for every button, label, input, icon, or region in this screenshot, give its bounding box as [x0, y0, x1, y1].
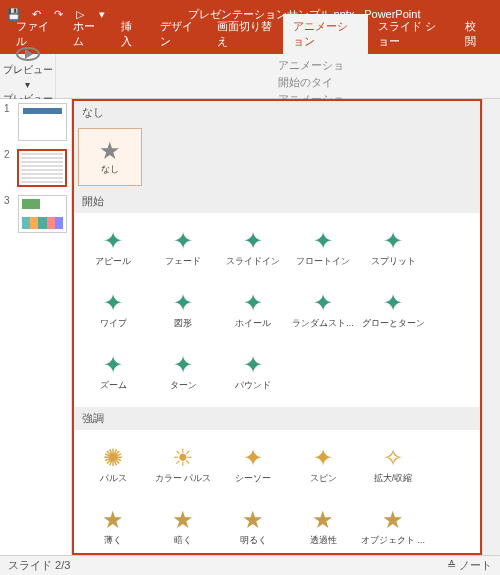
animation-gallery: なし ★ なし 開始 ✦アピール✦フェード✦スライドイン✦フロートイン✦スプリッ…: [72, 99, 482, 555]
star-icon: ✦: [313, 229, 333, 253]
section-emphasis: 強調: [74, 407, 480, 430]
star-icon: ✦: [243, 291, 263, 315]
tab-home[interactable]: ホーム: [63, 14, 111, 54]
anim-start-5[interactable]: ✦ワイプ: [78, 279, 148, 341]
preview-group[interactable]: プレビュー ▾ プレビュー: [0, 54, 56, 98]
anim-emph-4[interactable]: ✧拡大/収縮: [358, 434, 428, 496]
star-icon: ✦: [313, 446, 333, 470]
anim-start-11[interactable]: ✦ターン: [148, 341, 218, 403]
star-icon: ★: [172, 508, 194, 532]
thumb-2[interactable]: 2: [4, 149, 67, 187]
animation-pane-hints: アニメーショ 開始のタイ アニメーショ アニメーションの詳: [272, 54, 500, 98]
status-bar: スライド 2/3 ≙ ノート: [0, 555, 500, 575]
anim-emph-6[interactable]: ★暗く: [148, 496, 218, 555]
star-icon: ☀: [172, 446, 194, 470]
star-icon: ✦: [173, 353, 193, 377]
preview-label: プレビュー: [3, 63, 53, 77]
anim-start-3[interactable]: ✦フロートイン: [288, 217, 358, 279]
slide-counter: スライド 2/3: [8, 558, 70, 573]
anim-start-12[interactable]: ✦バウンド: [218, 341, 288, 403]
star-icon: ✦: [313, 291, 333, 315]
star-icon: ✦: [173, 291, 193, 315]
thumb-1[interactable]: 1: [4, 103, 67, 141]
tab-slideshow[interactable]: スライド ショー: [368, 14, 456, 54]
ribbon-tabs: ファイル ホーム 挿入 デザイン 画面切り替え アニメーション スライド ショー…: [0, 28, 500, 54]
notes-button[interactable]: ≙ ノート: [447, 558, 492, 573]
content-area: 1 2 3 なし ★ なし 開始 ✦アピール✦フェード✦スライドイン✦フロートイ…: [0, 99, 500, 555]
grid-emphasis: ✺パルス☀カラー パルス✦シーソー✦スピン✧拡大/収縮★薄く★暗く★明るく★透過…: [74, 430, 480, 555]
anim-start-0[interactable]: ✦アピール: [78, 217, 148, 279]
gallery-scrollbar[interactable]: [482, 99, 500, 555]
tab-design[interactable]: デザイン: [150, 14, 207, 54]
star-icon: ✦: [243, 353, 263, 377]
anim-start-4[interactable]: ✦スプリット: [358, 217, 428, 279]
section-none: なし: [74, 101, 480, 124]
grid-start: ✦アピール✦フェード✦スライドイン✦フロートイン✦スプリット✦ワイプ✦図形✦ホイ…: [74, 213, 480, 407]
anim-emph-5[interactable]: ★薄く: [78, 496, 148, 555]
anim-emph-2[interactable]: ✦シーソー: [218, 434, 288, 496]
star-icon: ★: [102, 508, 124, 532]
tab-review[interactable]: 校閲: [455, 14, 494, 54]
star-icon: ✦: [383, 229, 403, 253]
star-icon: ✦: [103, 291, 123, 315]
star-icon: ✦: [103, 229, 123, 253]
thumb-3[interactable]: 3: [4, 195, 67, 233]
preview-sublabel: ▾: [25, 79, 30, 90]
anim-emph-8[interactable]: ★透過性: [288, 496, 358, 555]
anim-start-8[interactable]: ✦ランダムスト...: [288, 279, 358, 341]
section-start: 開始: [74, 190, 480, 213]
star-icon: ✺: [103, 446, 123, 470]
anim-start-10[interactable]: ✦ズーム: [78, 341, 148, 403]
anim-start-2[interactable]: ✦スライドイン: [218, 217, 288, 279]
ribbon: プレビュー ▾ プレビュー アニメーショ 開始のタイ アニメーショ アニメーショ…: [0, 54, 500, 99]
anim-none[interactable]: ★ なし: [78, 128, 142, 186]
tab-animations[interactable]: アニメーション: [283, 14, 368, 54]
anim-emph-9[interactable]: ★オブジェクト ...: [358, 496, 428, 555]
tab-transitions[interactable]: 画面切り替え: [207, 14, 283, 54]
anim-emph-0[interactable]: ✺パルス: [78, 434, 148, 496]
tab-insert[interactable]: 挿入: [111, 14, 150, 54]
star-icon: ★: [382, 508, 404, 532]
star-icon: ★: [242, 508, 264, 532]
star-icon: ✦: [383, 291, 403, 315]
star-icon: ★: [99, 139, 121, 163]
star-icon: ✦: [243, 229, 263, 253]
star-icon: ✧: [383, 446, 403, 470]
animation-gallery-wrap: なし ★ なし 開始 ✦アピール✦フェード✦スライドイン✦フロートイン✦スプリッ…: [72, 99, 500, 555]
anim-start-1[interactable]: ✦フェード: [148, 217, 218, 279]
anim-start-timing: 開始のタイ: [278, 75, 494, 90]
star-icon: ✦: [103, 353, 123, 377]
none-row: ★ なし: [74, 124, 480, 190]
anim-start-7[interactable]: ✦ホイール: [218, 279, 288, 341]
slide-thumbnails: 1 2 3: [0, 99, 72, 555]
anim-emph-7[interactable]: ★明るく: [218, 496, 288, 555]
anim-emph-1[interactable]: ☀カラー パルス: [148, 434, 218, 496]
anim-pane-title[interactable]: アニメーショ: [278, 58, 494, 73]
anim-start-6[interactable]: ✦図形: [148, 279, 218, 341]
preview-icon: [16, 47, 40, 61]
anim-emph-3[interactable]: ✦スピン: [288, 434, 358, 496]
star-icon: ✦: [173, 229, 193, 253]
star-icon: ★: [312, 508, 334, 532]
anim-start-9[interactable]: ✦グローとターン: [358, 279, 428, 341]
star-icon: ✦: [243, 446, 263, 470]
